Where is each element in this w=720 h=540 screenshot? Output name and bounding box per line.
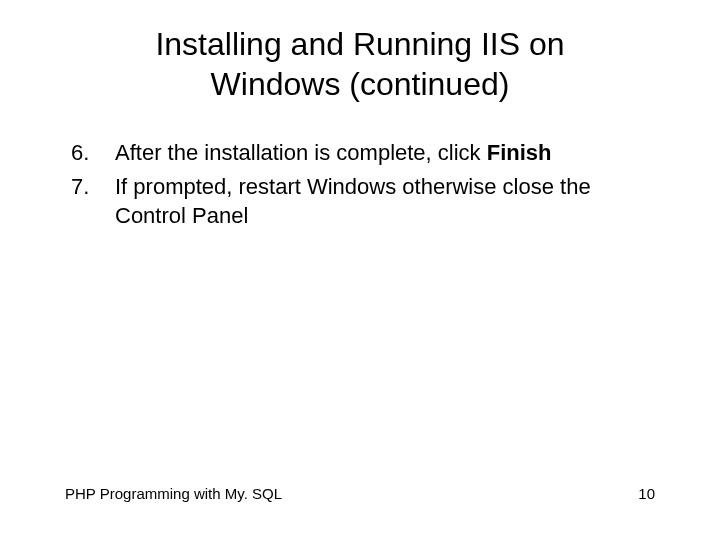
step-text-pre: If prompted, restart Windows otherwise c… bbox=[115, 174, 591, 229]
list-item: If prompted, restart Windows otherwise c… bbox=[65, 172, 665, 231]
footer-left: PHP Programming with My. SQL bbox=[65, 485, 282, 502]
step-list: After the installation is complete, clic… bbox=[65, 138, 665, 235]
slide-title: Installing and Running IIS on Windows (c… bbox=[0, 24, 720, 104]
step-text-bold: Finish bbox=[487, 140, 552, 165]
title-line-1: Installing and Running IIS on bbox=[155, 26, 564, 62]
title-line-2: Windows (continued) bbox=[211, 66, 510, 102]
page-number: 10 bbox=[638, 485, 655, 502]
list-item: After the installation is complete, clic… bbox=[65, 138, 665, 168]
slide: Installing and Running IIS on Windows (c… bbox=[0, 0, 720, 540]
step-text-pre: After the installation is complete, clic… bbox=[115, 140, 487, 165]
